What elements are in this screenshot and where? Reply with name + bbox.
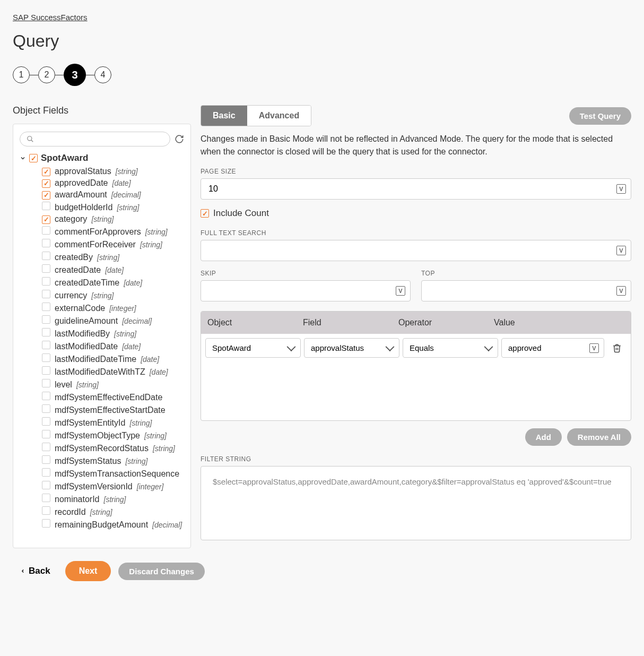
tree-item[interactable]: mdfSystemEffectiveEndDate bbox=[42, 391, 184, 403]
discard-button[interactable]: Discard Changes bbox=[118, 563, 205, 580]
tree-item[interactable]: mdfSystemObjectType[string] bbox=[42, 429, 184, 442]
field-checkbox[interactable] bbox=[42, 202, 50, 210]
field-checkbox[interactable] bbox=[42, 277, 50, 286]
tree-item[interactable]: guidelineAmount[decimal] bbox=[42, 314, 184, 327]
breadcrumb[interactable]: SAP SuccessFactors bbox=[13, 13, 88, 22]
field-checkbox[interactable] bbox=[42, 366, 50, 375]
field-checkbox[interactable] bbox=[42, 226, 50, 235]
field-checkbox[interactable] bbox=[42, 179, 50, 188]
step-3[interactable]: 3 bbox=[64, 64, 86, 86]
tree-item[interactable]: lastModifiedDateWithTZ[date] bbox=[42, 365, 184, 378]
back-button[interactable]: Back bbox=[13, 562, 58, 581]
field-checkbox[interactable] bbox=[42, 519, 50, 528]
tree-item[interactable]: lastModifiedDateTime[date] bbox=[42, 352, 184, 365]
tree-item[interactable]: category[string] bbox=[42, 213, 184, 225]
step-2[interactable]: 2 bbox=[38, 66, 55, 83]
field-checkbox[interactable] bbox=[42, 328, 50, 336]
field-checkbox[interactable] bbox=[42, 404, 50, 413]
field-checkbox[interactable] bbox=[42, 468, 50, 477]
tree-item[interactable]: currency[string] bbox=[42, 289, 184, 301]
tree-item[interactable]: createdBy[string] bbox=[42, 251, 184, 263]
field-checkbox[interactable] bbox=[42, 191, 50, 200]
next-button[interactable]: Next bbox=[65, 561, 111, 581]
field-name: lastModifiedBy bbox=[55, 329, 110, 339]
variable-icon[interactable]: V bbox=[616, 286, 626, 296]
tree-item[interactable]: recordId[string] bbox=[42, 505, 184, 518]
tree-item[interactable]: approvedDate[date] bbox=[42, 177, 184, 189]
variable-icon[interactable]: V bbox=[396, 286, 405, 296]
tree-item[interactable]: remainingBudgetAmount[decimal] bbox=[42, 518, 184, 531]
tree-item[interactable]: lastModifiedBy[string] bbox=[42, 327, 184, 340]
field-checkbox[interactable] bbox=[42, 379, 50, 387]
tree-item[interactable]: commentForReceiver[string] bbox=[42, 238, 184, 251]
field-checkbox[interactable] bbox=[42, 264, 50, 273]
root-checkbox[interactable] bbox=[29, 154, 38, 162]
field-checkbox[interactable] bbox=[42, 443, 50, 451]
field-checkbox[interactable] bbox=[42, 455, 50, 464]
tree-item[interactable]: createdDateTime[date] bbox=[42, 276, 184, 289]
test-query-button[interactable]: Test Query bbox=[569, 107, 631, 125]
field-checkbox[interactable] bbox=[42, 239, 50, 247]
add-button[interactable]: Add bbox=[525, 428, 562, 446]
tree-item[interactable]: mdfSystemEntityId[string] bbox=[42, 416, 184, 429]
tree-item[interactable]: lastModifiedDate[date] bbox=[42, 340, 184, 352]
field-checkbox[interactable] bbox=[42, 417, 50, 426]
field-checkbox[interactable] bbox=[42, 315, 50, 324]
tree-item[interactable]: mdfSystemRecordStatus[string] bbox=[42, 442, 184, 454]
step-line bbox=[55, 75, 64, 75]
field-checkbox[interactable] bbox=[42, 168, 50, 176]
mode-note: Changes made in Basic Mode will not be r… bbox=[201, 133, 631, 158]
filter-field-select[interactable]: approvalStatus bbox=[304, 338, 399, 358]
filter-object-select[interactable]: SpotAward bbox=[205, 338, 301, 358]
variable-icon[interactable]: V bbox=[589, 343, 599, 353]
field-checkbox[interactable] bbox=[42, 290, 50, 298]
search-input[interactable] bbox=[38, 135, 163, 143]
tree-item[interactable]: createdDate[date] bbox=[42, 263, 184, 276]
field-checkbox[interactable] bbox=[42, 215, 50, 224]
tree-root-label[interactable]: SpotAward bbox=[41, 153, 88, 163]
field-checkbox[interactable] bbox=[42, 252, 50, 260]
field-name: createdDateTime bbox=[55, 278, 119, 288]
tree-item[interactable]: awardAmount[decimal] bbox=[42, 189, 184, 201]
filter-operator-select[interactable]: Equals bbox=[403, 338, 498, 358]
tree-item[interactable]: mdfSystemVersionId[integer] bbox=[42, 480, 184, 493]
field-checkbox[interactable] bbox=[42, 506, 50, 515]
field-checkbox[interactable] bbox=[42, 430, 50, 438]
remove-all-button[interactable]: Remove All bbox=[567, 428, 631, 446]
step-4[interactable]: 4 bbox=[94, 66, 111, 83]
tree-item[interactable]: mdfSystemEffectiveStartDate bbox=[42, 403, 184, 416]
top-input[interactable] bbox=[421, 280, 631, 301]
variable-icon[interactable]: V bbox=[616, 184, 626, 194]
skip-input[interactable] bbox=[201, 280, 411, 301]
step-1[interactable]: 1 bbox=[13, 66, 30, 83]
filter-value-input[interactable] bbox=[501, 338, 604, 358]
variable-icon[interactable]: V bbox=[616, 246, 626, 255]
field-type: [string] bbox=[140, 240, 162, 249]
full-text-input[interactable] bbox=[201, 240, 631, 261]
filter-string-textarea[interactable]: $select=approvalStatus,approvedDate,awar… bbox=[201, 466, 631, 540]
tree-item[interactable]: mdfSystemTransactionSequence bbox=[42, 467, 184, 480]
field-checkbox[interactable] bbox=[42, 353, 50, 362]
tree-item[interactable]: nominatorId[string] bbox=[42, 493, 184, 505]
page-size-input[interactable] bbox=[201, 178, 631, 200]
tab-basic[interactable]: Basic bbox=[201, 106, 247, 126]
tree-item[interactable]: mdfSystemStatus[string] bbox=[42, 454, 184, 467]
field-checkbox[interactable] bbox=[42, 341, 50, 349]
include-count-checkbox[interactable] bbox=[201, 209, 209, 218]
tab-advanced[interactable]: Advanced bbox=[247, 106, 311, 126]
tree-item[interactable]: approvalStatus[string] bbox=[42, 166, 184, 177]
field-checkbox[interactable] bbox=[42, 392, 50, 400]
field-checkbox[interactable] bbox=[42, 481, 50, 489]
tree-item[interactable]: budgetHolderId[string] bbox=[42, 201, 184, 213]
tree-item[interactable]: externalCode[integer] bbox=[42, 301, 184, 314]
field-checkbox[interactable] bbox=[42, 494, 50, 502]
tree-item[interactable]: commentForApprovers[string] bbox=[42, 225, 184, 238]
chevron-down-icon[interactable] bbox=[20, 155, 26, 161]
tree-item[interactable]: level[string] bbox=[42, 378, 184, 391]
trash-icon[interactable] bbox=[612, 343, 622, 353]
field-name: lastModifiedDateWithTZ bbox=[55, 367, 145, 377]
field-name: approvalStatus bbox=[55, 167, 111, 176]
field-checkbox[interactable] bbox=[42, 303, 50, 311]
search-input-wrapper[interactable] bbox=[20, 132, 170, 146]
refresh-icon[interactable] bbox=[175, 134, 184, 144]
